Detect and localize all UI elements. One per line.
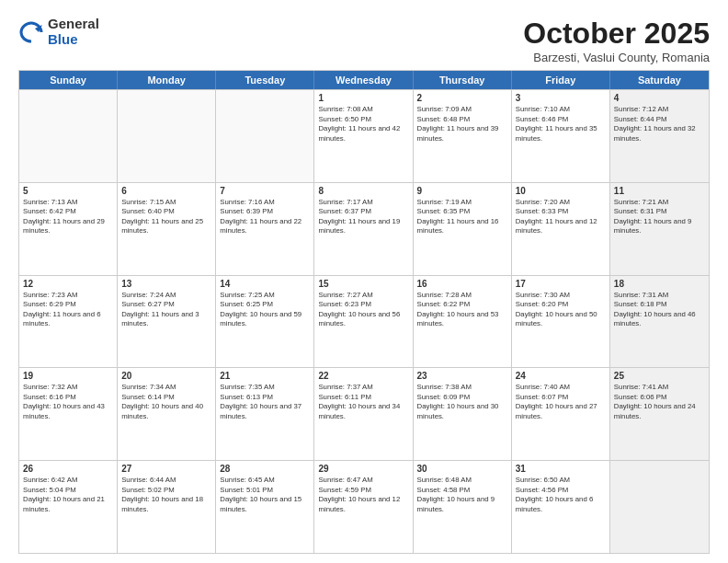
day-info: Sunrise: 6:48 AM Sunset: 4:58 PM Dayligh… bbox=[417, 476, 507, 514]
calendar-cell-empty bbox=[216, 90, 314, 182]
day-number: 8 bbox=[318, 186, 408, 196]
calendar-cell-22: 22Sunrise: 7:37 AM Sunset: 6:11 PM Dayli… bbox=[314, 368, 413, 460]
day-number: 14 bbox=[220, 279, 310, 289]
day-info: Sunrise: 7:40 AM Sunset: 6:07 PM Dayligh… bbox=[516, 383, 606, 421]
day-info: Sunrise: 7:17 AM Sunset: 6:37 PM Dayligh… bbox=[318, 198, 408, 236]
calendar-cell-26: 26Sunrise: 6:42 AM Sunset: 5:04 PM Dayli… bbox=[19, 461, 118, 553]
calendar-row-4: 26Sunrise: 6:42 AM Sunset: 5:04 PM Dayli… bbox=[19, 460, 709, 553]
month-title: October 2025 bbox=[523, 17, 710, 51]
calendar-cell-24: 24Sunrise: 7:40 AM Sunset: 6:07 PM Dayli… bbox=[512, 368, 610, 460]
calendar-cell-17: 17Sunrise: 7:30 AM Sunset: 6:20 PM Dayli… bbox=[512, 276, 610, 368]
day-info: Sunrise: 7:31 AM Sunset: 6:18 PM Dayligh… bbox=[614, 291, 705, 329]
weekday-header-sunday: Sunday bbox=[19, 71, 118, 89]
day-info: Sunrise: 6:50 AM Sunset: 4:56 PM Dayligh… bbox=[516, 476, 606, 514]
logo-blue-text: Blue bbox=[48, 32, 99, 48]
day-number: 7 bbox=[220, 186, 310, 196]
day-number: 6 bbox=[121, 186, 211, 196]
day-number: 10 bbox=[516, 186, 606, 196]
calendar-cell-28: 28Sunrise: 6:45 AM Sunset: 5:01 PM Dayli… bbox=[216, 461, 314, 553]
calendar-cell-30: 30Sunrise: 6:48 AM Sunset: 4:58 PM Dayli… bbox=[414, 461, 512, 553]
day-number: 25 bbox=[614, 371, 705, 381]
calendar-cell-empty bbox=[118, 90, 216, 182]
calendar-cell-16: 16Sunrise: 7:28 AM Sunset: 6:22 PM Dayli… bbox=[414, 276, 512, 368]
day-number: 11 bbox=[614, 186, 705, 196]
day-info: Sunrise: 7:30 AM Sunset: 6:20 PM Dayligh… bbox=[516, 291, 606, 329]
day-info: Sunrise: 7:12 AM Sunset: 6:44 PM Dayligh… bbox=[614, 105, 705, 144]
day-number: 12 bbox=[23, 279, 113, 289]
day-info: Sunrise: 7:21 AM Sunset: 6:31 PM Dayligh… bbox=[614, 198, 705, 236]
day-info: Sunrise: 7:41 AM Sunset: 6:06 PM Dayligh… bbox=[614, 383, 705, 421]
calendar: SundayMondayTuesdayWednesdayThursdayFrid… bbox=[18, 70, 710, 554]
calendar-cell-15: 15Sunrise: 7:27 AM Sunset: 6:23 PM Dayli… bbox=[314, 276, 413, 368]
calendar-cell-27: 27Sunrise: 6:44 AM Sunset: 5:02 PM Dayli… bbox=[118, 461, 216, 553]
calendar-cell-10: 10Sunrise: 7:20 AM Sunset: 6:33 PM Dayli… bbox=[512, 183, 610, 275]
day-info: Sunrise: 7:24 AM Sunset: 6:27 PM Dayligh… bbox=[121, 291, 211, 329]
calendar-cell-29: 29Sunrise: 6:47 AM Sunset: 4:59 PM Dayli… bbox=[314, 461, 413, 553]
calendar-cell-empty bbox=[19, 90, 118, 182]
calendar-cell-9: 9Sunrise: 7:19 AM Sunset: 6:35 PM Daylig… bbox=[414, 183, 512, 275]
day-info: Sunrise: 6:47 AM Sunset: 4:59 PM Dayligh… bbox=[318, 476, 408, 514]
day-number: 9 bbox=[417, 186, 507, 196]
day-number: 28 bbox=[220, 464, 310, 474]
header: General Blue October 2025 Barzesti, Vasl… bbox=[18, 17, 710, 64]
calendar-cell-23: 23Sunrise: 7:38 AM Sunset: 6:09 PM Dayli… bbox=[414, 368, 512, 460]
day-number: 23 bbox=[417, 371, 507, 381]
location-subtitle: Barzesti, Vaslui County, Romania bbox=[523, 51, 710, 64]
day-number: 17 bbox=[516, 279, 606, 289]
day-info: Sunrise: 7:08 AM Sunset: 6:50 PM Dayligh… bbox=[318, 105, 408, 144]
day-info: Sunrise: 7:20 AM Sunset: 6:33 PM Dayligh… bbox=[516, 198, 606, 236]
day-number: 15 bbox=[318, 279, 408, 289]
day-number: 22 bbox=[318, 371, 408, 381]
logo: General Blue bbox=[18, 17, 99, 47]
calendar-cell-21: 21Sunrise: 7:35 AM Sunset: 6:13 PM Dayli… bbox=[216, 368, 314, 460]
weekday-header-saturday: Saturday bbox=[610, 71, 709, 89]
calendar-cell-4: 4Sunrise: 7:12 AM Sunset: 6:44 PM Daylig… bbox=[610, 90, 709, 182]
day-number: 24 bbox=[516, 371, 606, 381]
day-info: Sunrise: 7:38 AM Sunset: 6:09 PM Dayligh… bbox=[417, 383, 507, 421]
calendar-cell-20: 20Sunrise: 7:34 AM Sunset: 6:14 PM Dayli… bbox=[118, 368, 216, 460]
day-info: Sunrise: 6:45 AM Sunset: 5:01 PM Dayligh… bbox=[220, 476, 310, 514]
page: General Blue October 2025 Barzesti, Vasl… bbox=[0, 0, 728, 563]
calendar-row-3: 19Sunrise: 7:32 AM Sunset: 6:16 PM Dayli… bbox=[19, 367, 709, 460]
day-number: 26 bbox=[23, 464, 113, 474]
day-info: Sunrise: 7:09 AM Sunset: 6:48 PM Dayligh… bbox=[417, 105, 507, 144]
day-number: 4 bbox=[614, 93, 705, 103]
calendar-cell-3: 3Sunrise: 7:10 AM Sunset: 6:46 PM Daylig… bbox=[512, 90, 610, 182]
day-info: Sunrise: 7:19 AM Sunset: 6:35 PM Dayligh… bbox=[417, 198, 507, 236]
day-number: 20 bbox=[121, 371, 211, 381]
calendar-cell-19: 19Sunrise: 7:32 AM Sunset: 6:16 PM Dayli… bbox=[19, 368, 118, 460]
day-number: 2 bbox=[417, 93, 507, 103]
day-info: Sunrise: 7:32 AM Sunset: 6:16 PM Dayligh… bbox=[23, 383, 113, 421]
day-info: Sunrise: 7:25 AM Sunset: 6:25 PM Dayligh… bbox=[220, 291, 310, 329]
calendar-row-2: 12Sunrise: 7:23 AM Sunset: 6:29 PM Dayli… bbox=[19, 275, 709, 368]
logo-text: General Blue bbox=[48, 17, 99, 47]
day-number: 13 bbox=[121, 279, 211, 289]
calendar-cell-13: 13Sunrise: 7:24 AM Sunset: 6:27 PM Dayli… bbox=[118, 276, 216, 368]
day-number: 18 bbox=[614, 279, 705, 289]
calendar-body: 1Sunrise: 7:08 AM Sunset: 6:50 PM Daylig… bbox=[19, 89, 709, 553]
day-number: 31 bbox=[516, 464, 606, 474]
weekday-header-monday: Monday bbox=[118, 71, 216, 89]
day-info: Sunrise: 7:37 AM Sunset: 6:11 PM Dayligh… bbox=[318, 383, 408, 421]
day-number: 29 bbox=[318, 464, 408, 474]
weekday-header-thursday: Thursday bbox=[414, 71, 512, 89]
weekday-header-wednesday: Wednesday bbox=[314, 71, 413, 89]
day-number: 19 bbox=[23, 371, 113, 381]
day-number: 1 bbox=[318, 93, 408, 103]
day-info: Sunrise: 7:34 AM Sunset: 6:14 PM Dayligh… bbox=[121, 383, 211, 421]
calendar-cell-12: 12Sunrise: 7:23 AM Sunset: 6:29 PM Dayli… bbox=[19, 276, 118, 368]
calendar-header: SundayMondayTuesdayWednesdayThursdayFrid… bbox=[19, 71, 709, 89]
calendar-cell-25: 25Sunrise: 7:41 AM Sunset: 6:06 PM Dayli… bbox=[610, 368, 709, 460]
calendar-cell-7: 7Sunrise: 7:16 AM Sunset: 6:39 PM Daylig… bbox=[216, 183, 314, 275]
calendar-cell-5: 5Sunrise: 7:13 AM Sunset: 6:42 PM Daylig… bbox=[19, 183, 118, 275]
calendar-cell-31: 31Sunrise: 6:50 AM Sunset: 4:56 PM Dayli… bbox=[512, 461, 610, 553]
day-info: Sunrise: 6:42 AM Sunset: 5:04 PM Dayligh… bbox=[23, 476, 113, 514]
day-info: Sunrise: 7:28 AM Sunset: 6:22 PM Dayligh… bbox=[417, 291, 507, 329]
weekday-header-tuesday: Tuesday bbox=[216, 71, 314, 89]
day-number: 5 bbox=[23, 186, 113, 196]
day-info: Sunrise: 7:13 AM Sunset: 6:42 PM Dayligh… bbox=[23, 198, 113, 236]
calendar-cell-8: 8Sunrise: 7:17 AM Sunset: 6:37 PM Daylig… bbox=[314, 183, 413, 275]
day-number: 30 bbox=[417, 464, 507, 474]
calendar-row-1: 5Sunrise: 7:13 AM Sunset: 6:42 PM Daylig… bbox=[19, 182, 709, 275]
calendar-cell-1: 1Sunrise: 7:08 AM Sunset: 6:50 PM Daylig… bbox=[314, 90, 413, 182]
